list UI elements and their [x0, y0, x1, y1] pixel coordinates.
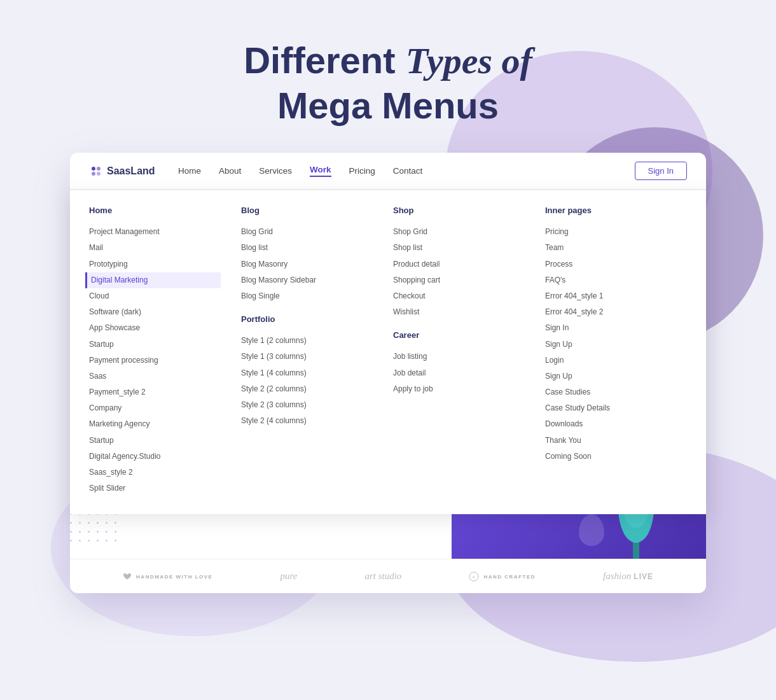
navbar-nav: Home About Services Work Pricing Contact [178, 165, 635, 177]
link-blog-masonry[interactable]: Blog Masonry [241, 256, 373, 272]
nav-work[interactable]: Work [310, 165, 331, 177]
link-error404-1[interactable]: Error 404_style 1 [545, 288, 677, 304]
nav-pricing[interactable]: Pricing [349, 166, 375, 176]
brand-art-studio: art studio [364, 571, 401, 582]
mega-col-home-title: Home [89, 206, 221, 215]
link-product-detail[interactable]: Product detail [393, 256, 525, 272]
link-style2-3col[interactable]: Style 2 (3 columns) [241, 397, 373, 413]
link-style1-3col[interactable]: Style 1 (3 columns) [241, 349, 373, 365]
link-case-studies[interactable]: Case Studies [545, 384, 677, 400]
nav-about[interactable]: About [219, 166, 241, 176]
nav-home[interactable]: Home [178, 166, 201, 176]
link-team[interactable]: Team [545, 240, 677, 256]
hero-shape-1 [579, 514, 604, 546]
link-thank-you[interactable]: Thank You [545, 433, 677, 449]
link-blog-list[interactable]: Blog list [241, 240, 373, 256]
link-project-mgmt[interactable]: Project Management [89, 224, 221, 240]
svg-point-2 [92, 172, 95, 176]
link-marketing-agency[interactable]: Marketing Agency [89, 416, 221, 432]
link-login[interactable]: Login [545, 353, 677, 368]
link-job-detail[interactable]: Job detail [393, 365, 525, 381]
logo-text: SaasLand [107, 165, 155, 177]
link-process[interactable]: Process [545, 256, 677, 272]
link-split-slider[interactable]: Split Slider [89, 480, 221, 496]
mega-col-home: Home Project Management Mail Prototyping… [89, 206, 231, 496]
link-coming-soon[interactable]: Coming Soon [545, 449, 677, 465]
link-app-showcase[interactable]: App Showcase [89, 320, 221, 336]
link-blog-grid[interactable]: Blog Grid [241, 224, 373, 240]
nav-services[interactable]: Services [259, 166, 292, 176]
brands-bar: HANDMADE WITH LOVE pure art studio 4 HAN… [70, 559, 706, 593]
nav-contact[interactable]: Contact [393, 166, 423, 176]
link-downloads[interactable]: Downloads [545, 416, 677, 432]
link-startup-1[interactable]: Startup [89, 337, 221, 353]
link-blog-single[interactable]: Blog Single [241, 288, 373, 304]
link-apply-to-job[interactable]: Apply to job [393, 381, 525, 397]
brand-handmade-icon [123, 573, 132, 580]
link-cloud[interactable]: Cloud [89, 288, 221, 304]
title-section: Different Types of Mega Menus [0, 0, 776, 153]
page-heading: Different Types of Mega Menus [0, 38, 776, 127]
mega-col-blog-title: Blog [241, 206, 373, 215]
link-faqs[interactable]: FAQ's [545, 272, 677, 288]
link-case-study-details[interactable]: Case Study Details [545, 400, 677, 416]
link-signin[interactable]: Sign In [545, 320, 677, 336]
link-mail[interactable]: Mail [89, 240, 221, 256]
mega-col-inner: Inner pages Pricing Team Process FAQ's E… [535, 206, 687, 496]
mega-col-portfolio-title: Portfolio [241, 314, 373, 324]
title-text-1: Different [244, 39, 406, 81]
link-saas-style2[interactable]: Saas_style 2 [89, 465, 221, 480]
logo-icon [89, 164, 103, 178]
brand-handmade: HANDMADE WITH LOVE [123, 572, 212, 580]
navbar-logo[interactable]: SaasLand [89, 164, 165, 178]
link-digital-agency-studio[interactable]: Digital Agency.Studio [89, 449, 221, 465]
link-signup-2[interactable]: Sign Up [545, 368, 677, 384]
link-payment-proc[interactable]: Payment processing [89, 353, 221, 368]
signin-button[interactable]: Sign In [635, 162, 687, 180]
svg-text:4: 4 [473, 575, 476, 579]
svg-point-1 [97, 167, 100, 171]
mega-menu: Home Project Management Mail Prototyping… [70, 190, 706, 514]
link-shopping-cart[interactable]: Shopping cart [393, 272, 525, 288]
mega-col-shop-title: Shop [393, 206, 525, 215]
link-style2-2col[interactable]: Style 2 (2 columns) [241, 381, 373, 397]
link-software-dark[interactable]: Software (dark) [89, 304, 221, 320]
link-company[interactable]: Company [89, 400, 221, 416]
title-italic: Types of [406, 40, 532, 81]
link-saas[interactable]: Saas [89, 368, 221, 384]
link-error404-2[interactable]: Error 404_style 2 [545, 304, 677, 320]
link-shop-grid[interactable]: Shop Grid [393, 224, 525, 240]
link-wishlist[interactable]: Wishlist [393, 304, 525, 320]
link-style2-4col[interactable]: Style 2 (4 columns) [241, 413, 373, 429]
link-checkout[interactable]: Checkout [393, 288, 525, 304]
link-payment-style2[interactable]: Payment_style 2 [89, 384, 221, 400]
navbar: SaasLand Home About Services Work Pricin… [70, 153, 706, 190]
link-startup-2[interactable]: Startup [89, 433, 221, 449]
brand-pure: pure [280, 571, 297, 582]
mega-col-inner-title: Inner pages [545, 206, 677, 215]
link-style1-4col[interactable]: Style 1 (4 columns) [241, 365, 373, 381]
browser-card: SaasLand Home About Services Work Pricin… [70, 153, 706, 593]
link-pricing[interactable]: Pricing [545, 224, 677, 240]
link-shop-list[interactable]: Shop list [393, 240, 525, 256]
mega-col-career-title: Career [393, 330, 525, 340]
svg-point-3 [97, 172, 100, 176]
mega-col-shop: Shop Shop Grid Shop list Product detail … [383, 206, 535, 496]
link-job-listing[interactable]: Job listing [393, 349, 525, 365]
link-signup[interactable]: Sign Up [545, 337, 677, 353]
title-text-2: Mega Menus [277, 85, 499, 126]
brand-fashion-live: fashion LIVE [603, 571, 653, 582]
brand-handcrafted: 4 HAND CRAFTED [469, 571, 536, 582]
svg-point-0 [92, 167, 95, 171]
mega-col-blog: Blog Blog Grid Blog list Blog Masonry Bl… [231, 206, 383, 496]
link-prototyping[interactable]: Prototyping [89, 256, 221, 272]
link-style1-2col[interactable]: Style 1 (2 columns) [241, 333, 373, 349]
link-blog-masonry-sidebar[interactable]: Blog Masonry Sidebar [241, 272, 373, 288]
brand-handcrafted-icon: 4 [469, 571, 479, 582]
link-digital-marketing[interactable]: Digital Marketing [85, 272, 221, 288]
